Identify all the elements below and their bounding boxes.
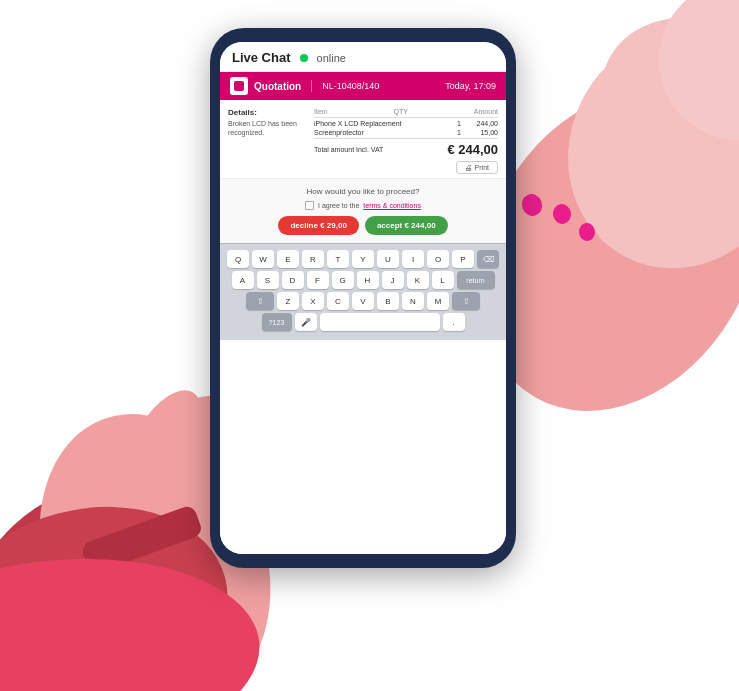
quotation-number: NL-10408/140 xyxy=(322,81,439,91)
decline-button[interactable]: decline € 29,00 xyxy=(278,216,358,235)
key-z[interactable]: Z xyxy=(277,292,299,310)
key-shift-left[interactable]: ⇧ xyxy=(246,292,274,310)
svg-point-16 xyxy=(512,196,578,305)
quotation-date: Today, 17:09 xyxy=(445,81,496,91)
key-r[interactable]: R xyxy=(302,250,324,268)
print-button-container: 🖨 Print xyxy=(220,161,506,178)
header-amount: Amount xyxy=(474,108,498,115)
key-numbers[interactable]: ?123 xyxy=(262,313,292,331)
terms-row: I agree to the terms & conditions xyxy=(228,201,498,210)
quotation-icon-inner xyxy=(234,81,244,91)
phone-screen: Live Chat online Quotation NL-10408/140 … xyxy=(220,42,506,554)
svg-point-21 xyxy=(579,223,596,242)
items-header: Item QTY Amount xyxy=(314,108,498,118)
svg-rect-9 xyxy=(80,504,204,575)
online-label: online xyxy=(317,52,346,64)
keyboard-row-4: ?123 🎤 . xyxy=(224,313,502,331)
key-shift-right[interactable]: ⇧ xyxy=(452,292,480,310)
key-a[interactable]: A xyxy=(232,271,254,289)
svg-point-24 xyxy=(579,0,739,209)
key-l[interactable]: L xyxy=(432,271,454,289)
key-m[interactable]: M xyxy=(427,292,449,310)
details-text: Broken LCD has been recognized. xyxy=(228,119,308,137)
svg-point-19 xyxy=(551,203,572,226)
proceed-section: How would you like to proceed? I agree t… xyxy=(220,178,506,243)
key-y[interactable]: Y xyxy=(352,250,374,268)
key-mic[interactable]: 🎤 xyxy=(295,313,317,331)
accept-button[interactable]: accept € 244,00 xyxy=(365,216,448,235)
key-j[interactable]: J xyxy=(382,271,404,289)
header-item: Item xyxy=(314,108,328,115)
svg-point-17 xyxy=(519,191,545,219)
quotation-icon xyxy=(230,77,248,95)
invoice-body: Details: Broken LCD has been recognized.… xyxy=(220,100,506,161)
key-return[interactable]: return xyxy=(457,271,495,289)
live-chat-title: Live Chat xyxy=(232,50,291,65)
key-i[interactable]: I xyxy=(402,250,424,268)
virtual-keyboard[interactable]: Q W E R T Y U I O P ⌫ A xyxy=(220,243,506,340)
table-row: Screenprotector 1 15,00 xyxy=(314,129,498,136)
item-name-2: Screenprotector xyxy=(314,129,450,136)
key-d[interactable]: D xyxy=(282,271,304,289)
scene: Live Chat online Quotation NL-10408/140 … xyxy=(0,0,739,691)
item-name-1: iPhone X LCD Replacement xyxy=(314,120,450,127)
key-w[interactable]: W xyxy=(252,250,274,268)
key-p[interactable]: P xyxy=(452,250,474,268)
terms-label: I agree to the xyxy=(318,202,359,209)
print-label: Print xyxy=(475,164,489,171)
key-h[interactable]: H xyxy=(357,271,379,289)
table-row: iPhone X LCD Replacement 1 244,00 xyxy=(314,120,498,127)
proceed-title: How would you like to proceed? xyxy=(228,187,498,196)
phone-device: Live Chat online Quotation NL-10408/140 … xyxy=(210,28,516,568)
total-label: Total amount Incl. VAT xyxy=(314,146,383,153)
svg-point-12 xyxy=(530,0,739,305)
key-s[interactable]: S xyxy=(257,271,279,289)
svg-point-10 xyxy=(0,543,268,691)
keyboard-row-2: A S D F G H J K L return xyxy=(224,271,502,289)
quotation-label: Quotation xyxy=(254,81,301,92)
item-amount-2: 15,00 xyxy=(468,129,498,136)
quotation-divider xyxy=(311,80,312,92)
svg-point-3 xyxy=(113,378,216,501)
key-q[interactable]: Q xyxy=(227,250,249,268)
terms-link[interactable]: terms & conditions xyxy=(363,202,421,209)
quotation-bar: Quotation NL-10408/140 Today, 17:09 xyxy=(220,72,506,100)
key-k[interactable]: K xyxy=(407,271,429,289)
key-b[interactable]: B xyxy=(377,292,399,310)
key-x[interactable]: X xyxy=(302,292,324,310)
svg-point-22 xyxy=(556,284,653,376)
terms-checkbox[interactable] xyxy=(305,201,314,210)
item-qty-1: 1 xyxy=(450,120,468,127)
key-c[interactable]: C xyxy=(327,292,349,310)
action-buttons: decline € 29,00 accept € 244,00 xyxy=(228,216,498,235)
total-row: Total amount Incl. VAT € 244,00 xyxy=(314,138,498,157)
total-amount: € 244,00 xyxy=(447,142,498,157)
item-amount-1: 244,00 xyxy=(468,120,498,127)
key-u[interactable]: U xyxy=(377,250,399,268)
key-n[interactable]: N xyxy=(402,292,424,310)
svg-point-25 xyxy=(659,0,739,140)
details-section: Details: Broken LCD has been recognized. xyxy=(228,108,308,157)
online-indicator xyxy=(300,54,308,62)
key-f[interactable]: F xyxy=(307,271,329,289)
header-qty: QTY xyxy=(394,108,408,115)
key-t[interactable]: T xyxy=(327,250,349,268)
print-button[interactable]: 🖨 Print xyxy=(456,161,498,174)
key-v[interactable]: V xyxy=(352,292,374,310)
key-e[interactable]: E xyxy=(277,250,299,268)
live-chat-header: Live Chat online xyxy=(220,42,506,72)
item-qty-2: 1 xyxy=(450,129,468,136)
key-space[interactable] xyxy=(320,313,440,331)
keyboard-row-3: ⇧ Z X C V B N M ⇧ xyxy=(224,292,502,310)
items-section: Item QTY Amount iPhone X LCD Replacement… xyxy=(314,108,498,157)
svg-point-18 xyxy=(547,208,593,308)
key-g[interactable]: G xyxy=(332,271,354,289)
key-period[interactable]: . xyxy=(443,313,465,331)
svg-point-20 xyxy=(578,228,607,313)
details-title: Details: xyxy=(228,108,308,117)
keyboard-row-1: Q W E R T Y U I O P ⌫ xyxy=(224,250,502,268)
invoice-content: Details: Broken LCD has been recognized.… xyxy=(220,100,506,554)
key-o[interactable]: O xyxy=(427,250,449,268)
print-icon: 🖨 xyxy=(465,164,472,171)
key-backspace[interactable]: ⌫ xyxy=(477,250,499,268)
